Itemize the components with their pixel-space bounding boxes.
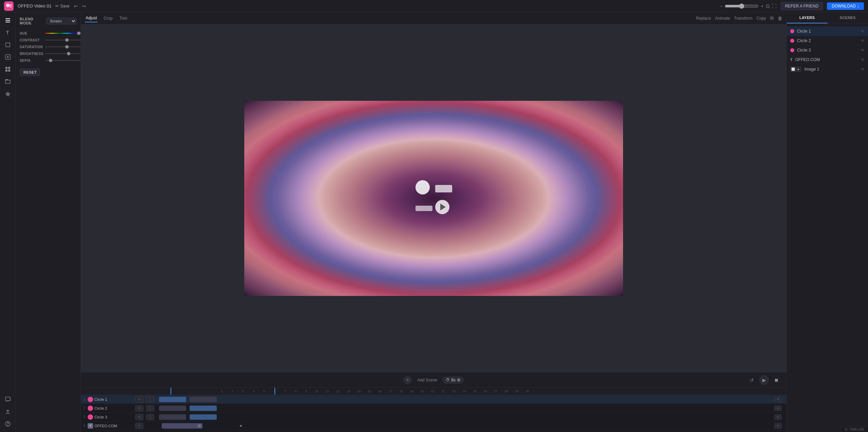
sidebar-item-upload[interactable] — [2, 406, 13, 417]
blend-mode-select[interactable]: Screen Normal Multiply Overlay Lighten — [46, 18, 76, 24]
sidebar-item-text[interactable]: T — [2, 27, 13, 38]
duration-badge: ⏱ 8s ⚙ — [443, 377, 464, 383]
track-add-right-4[interactable]: + — [774, 423, 782, 429]
tab-crop[interactable]: Crop — [103, 15, 113, 22]
sidebar-item-help[interactable] — [2, 418, 13, 429]
scene-number-badge: ① — [404, 376, 412, 384]
refer-friend-button[interactable]: REFER A FRIEND — [781, 2, 823, 10]
transform-button[interactable]: Transform — [734, 16, 752, 21]
ruler-mark: 20 — [417, 390, 427, 393]
reset-button[interactable]: RESET — [20, 69, 40, 76]
timeline-row-offeo[interactable]: 4 T OFFEO.COM + ✏ + — [81, 421, 786, 430]
copy-button[interactable]: Copy — [757, 16, 766, 21]
layer-visibility-icon-5[interactable]: 👁 — [861, 67, 865, 71]
layer-name-image1: Image 1 — [804, 67, 858, 72]
row-options-2[interactable]: ⋮ — [146, 405, 154, 411]
ruler-mark: 23 — [448, 390, 459, 393]
sidebar-item-folders[interactable] — [2, 76, 13, 87]
track-add-right[interactable]: + — [774, 397, 782, 402]
blend-mode-row: BLEND MODE Screen Normal Multiply Overla… — [20, 17, 76, 25]
canvas-logo — [415, 180, 452, 217]
ruler-mark: 28 — [501, 390, 512, 393]
logo-rect-left — [415, 206, 432, 211]
download-button[interactable]: DOWNLOAD ↓ — [827, 2, 864, 10]
track-area-1: + — [156, 395, 786, 403]
stop-button[interactable]: ⏹ — [772, 375, 781, 385]
svg-marker-10 — [7, 56, 9, 58]
sidebar-item-favorites[interactable] — [2, 88, 13, 99]
layer-item-circle1[interactable]: Circle 1 👁 — [787, 26, 868, 36]
fullscreen-button[interactable]: ⛶ — [772, 3, 777, 9]
sidebar-item-media[interactable] — [2, 52, 13, 62]
row-add-button-4[interactable]: + — [135, 423, 143, 429]
row-number-2: 2 — [81, 406, 88, 410]
timeline-row-circle3[interactable]: 3 Circle 3 + ⋮ + — [81, 413, 786, 421]
sidebar-item-shapes[interactable] — [2, 39, 13, 50]
layer-visibility-icon-1[interactable]: 👁 — [861, 29, 865, 33]
tab-trim[interactable]: Trim — [119, 15, 128, 22]
track-edit-icon[interactable]: ✏ — [197, 424, 201, 428]
layer-dot-circle2 — [790, 39, 794, 43]
canvas-area — [81, 24, 786, 372]
svg-rect-1 — [10, 4, 12, 6]
redo-button[interactable]: ↪ — [82, 3, 86, 9]
sidebar-item-chat[interactable] — [2, 394, 13, 405]
layer-dot-circle1 — [790, 29, 794, 33]
svg-text:T: T — [6, 30, 9, 35]
row-icon-circle1 — [88, 397, 93, 402]
tab-scenes[interactable]: SCENES — [828, 12, 868, 23]
tab-adjust[interactable]: Adjust — [85, 14, 98, 22]
layer-item-image1[interactable]: ⬜ ▶ Image 1 👁 — [787, 64, 868, 74]
svg-point-0 — [6, 4, 10, 7]
save-button[interactable]: ✏ Save — [55, 4, 69, 8]
icon-sidebar: T — [0, 12, 16, 432]
duration-edit-icon[interactable]: ⚙ — [457, 378, 461, 382]
track-add-right-2[interactable]: + — [774, 406, 782, 411]
sidebar-item-templates[interactable] — [2, 64, 13, 75]
zoom-slider[interactable] — [725, 3, 759, 9]
svg-rect-14 — [8, 70, 10, 72]
row-number-3: 3 — [81, 415, 88, 419]
layer-visibility-icon-3[interactable]: 👁 — [861, 48, 865, 52]
layer-item-offeo[interactable]: T OFFEO.COM 👁 — [787, 55, 868, 64]
toolbar-right-actions: Replace Animate Transform Copy ⧉ 🗑 — [696, 15, 782, 21]
sidebar-item-layers[interactable] — [2, 15, 13, 26]
ruler-mark: 22 — [438, 390, 448, 393]
timeline-row-circle2[interactable]: 2 Circle 2 + ⋮ + — [81, 404, 786, 413]
play-button[interactable]: ▶ — [759, 375, 769, 385]
layer-visibility-icon-4[interactable]: 👁 — [861, 58, 865, 62]
tab-layers[interactable]: LAYERS — [787, 12, 828, 23]
layer-visibility-icon-2[interactable]: 👁 — [861, 39, 865, 43]
replace-button[interactable]: Replace — [696, 16, 711, 21]
track-area-4: ✏ + — [145, 421, 786, 430]
duplicate-icon[interactable]: ⧉ — [770, 15, 774, 21]
row-add-button-1[interactable]: + — [135, 396, 143, 402]
track-add-right-3[interactable]: + — [774, 414, 782, 420]
add-scene-button[interactable]: Add Scene — [417, 378, 437, 382]
row-add-button-2[interactable]: + — [135, 405, 143, 411]
row-add-button-3[interactable]: + — [135, 414, 143, 420]
undo-button[interactable]: ↩ — [74, 3, 78, 9]
row-options-3[interactable]: ⋮ — [146, 414, 154, 420]
blend-mode-label: BLEND MODE — [20, 17, 46, 25]
ruler-mark: 27 — [491, 390, 501, 393]
layer-item-circle3[interactable]: Circle 3 👁 — [787, 45, 868, 55]
layer-item-circle2[interactable]: Circle 2 👁 — [787, 36, 868, 45]
row-icon-offeo: T — [88, 423, 93, 429]
edit-icon: ✏ — [55, 4, 59, 8]
zoom-in-icon[interactable]: + — [761, 3, 763, 9]
ruler-mark: 1 — [217, 390, 227, 393]
reset-playback-button[interactable]: ↺ — [747, 375, 757, 385]
timeline-row-image1[interactable]: 5 🖼 Image 1 + — [81, 430, 786, 432]
layer-text-icon-offeo: T — [790, 58, 793, 62]
timeline-row-circle1[interactable]: 1 Circle 1 + ⋮ + — [81, 395, 786, 404]
ruler-mark: 3 — [238, 390, 248, 393]
delete-icon[interactable]: 🗑 — [778, 16, 782, 21]
layer-img-icons: ⬜ ▶ — [790, 67, 801, 72]
track-block — [159, 414, 186, 420]
row-options-1[interactable]: ⋮ — [146, 396, 154, 402]
zoom-out-icon[interactable]: − — [720, 3, 723, 9]
fit-button[interactable]: ⊡ — [766, 3, 770, 9]
animate-button[interactable]: Animate — [715, 16, 730, 21]
track-area-5: + — [135, 430, 786, 432]
